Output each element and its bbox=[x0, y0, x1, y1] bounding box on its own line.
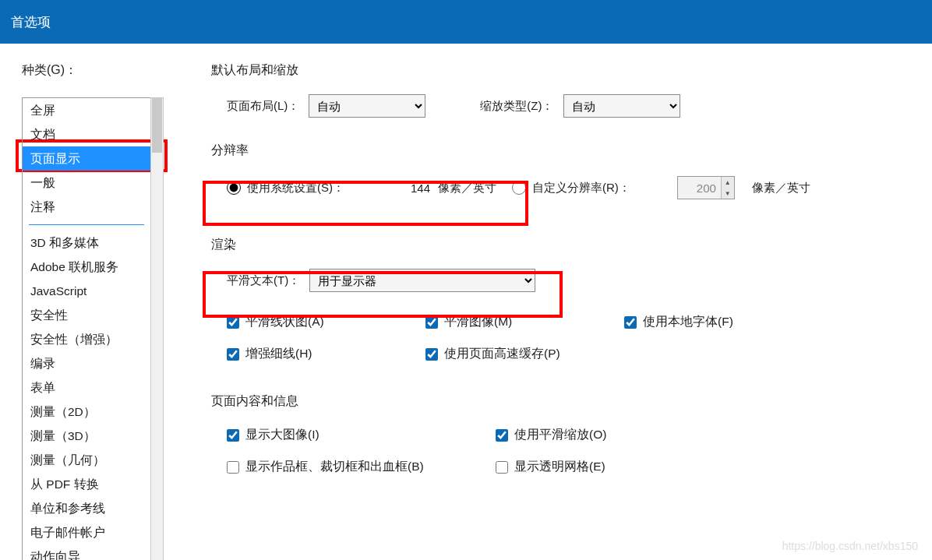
category-item[interactable]: 表单 bbox=[23, 375, 150, 400]
group-resolution-title: 分辩率 bbox=[211, 143, 910, 159]
spinner-up-icon[interactable]: ▲ bbox=[722, 177, 734, 188]
page-layout-label: 页面布局(L)： bbox=[227, 99, 299, 114]
category-item[interactable]: 从 PDF 转换 bbox=[23, 472, 150, 496]
smooth-text-select[interactable]: 用于显示器 bbox=[309, 269, 535, 292]
group-render-title: 渲染 bbox=[211, 237, 910, 253]
resolution-row: 使用系统设置(S)： 144 像素／英寸 自定义分辨率(R)： ▲ ▼ 像素／英… bbox=[211, 176, 910, 199]
category-item[interactable]: 动作向导 bbox=[23, 544, 150, 560]
settings-panel: 默认布局和缩放 页面布局(L)： 自动 缩放类型(Z)： 自动 分辩率 使用系统… bbox=[174, 62, 910, 560]
category-item[interactable]: 安全性（增强） bbox=[23, 327, 150, 351]
chk-enhance-thin[interactable]: 增强细线(H) bbox=[227, 346, 425, 362]
zoom-type-select[interactable]: 自动 bbox=[563, 94, 680, 118]
render-checks-row1: 平滑线状图(A) 平滑图像(M) 使用本地字体(F) bbox=[211, 314, 910, 330]
group-content-title: 页面内容和信息 bbox=[211, 393, 910, 410]
content-checks-row2: 显示作品框、裁切框和出血框(B) 显示透明网格(E) bbox=[211, 459, 910, 475]
category-item[interactable]: 编录 bbox=[23, 351, 150, 375]
categories-list: 全屏文档页面显示一般注释3D 和多媒体Adobe 联机服务JavaScript安… bbox=[22, 97, 150, 560]
render-checks-row2: 增强细线(H) 使用页面高速缓存(P) bbox=[211, 346, 910, 362]
category-item[interactable]: 全屏 bbox=[23, 98, 150, 122]
sidebar: 种类(G)： 全屏文档页面显示一般注释3D 和多媒体Adobe 联机服务Java… bbox=[22, 62, 174, 560]
chk-local-font[interactable]: 使用本地字体(F) bbox=[624, 314, 733, 330]
watermark: https://blog.csdn.net/xbs150 bbox=[782, 540, 918, 552]
category-item[interactable]: 测量（几何） bbox=[23, 448, 150, 472]
scroll-thumb[interactable] bbox=[152, 98, 162, 153]
categories-listbox[interactable]: 全屏文档页面显示一般注释3D 和多媒体Adobe 联机服务JavaScript安… bbox=[22, 97, 150, 560]
category-item[interactable]: 页面显示 bbox=[23, 146, 150, 171]
custom-dpi-radio[interactable] bbox=[512, 181, 526, 195]
chk-smooth-zoom[interactable]: 使用平滑缩放(O) bbox=[496, 427, 606, 443]
window-title: 首选项 bbox=[11, 13, 51, 31]
scrollbar[interactable] bbox=[150, 97, 164, 560]
categories-label: 种类(G)： bbox=[22, 62, 174, 79]
spinner-down-icon[interactable]: ▼ bbox=[722, 188, 734, 199]
system-dpi-value: 144 bbox=[344, 181, 430, 195]
category-item[interactable]: 文档 bbox=[23, 122, 150, 146]
use-system-label: 使用系统设置(S)： bbox=[247, 181, 344, 195]
category-item[interactable]: 3D 和多媒体 bbox=[23, 231, 150, 255]
custom-dpi-spinner[interactable]: ▲ ▼ bbox=[677, 176, 735, 199]
smooth-text-label: 平滑文本(T)： bbox=[227, 273, 300, 288]
custom-dpi-label: 自定义分辨率(R)： bbox=[532, 181, 630, 195]
category-item[interactable]: 安全性 bbox=[23, 303, 150, 327]
category-item[interactable]: 一般 bbox=[23, 171, 150, 195]
chk-large-img[interactable]: 显示大图像(I) bbox=[227, 427, 496, 443]
content-checks-row1: 显示大图像(I) 使用平滑缩放(O) bbox=[211, 427, 910, 443]
chk-smooth-image[interactable]: 平滑图像(M) bbox=[425, 314, 624, 330]
chk-artbox[interactable]: 显示作品框、裁切框和出血框(B) bbox=[227, 459, 496, 475]
category-separator bbox=[29, 224, 144, 225]
chk-smooth-line[interactable]: 平滑线状图(A) bbox=[227, 314, 425, 330]
category-item[interactable]: 测量（3D） bbox=[23, 424, 150, 448]
chk-page-cache[interactable]: 使用页面高速缓存(P) bbox=[425, 346, 560, 362]
category-item[interactable]: JavaScript bbox=[23, 279, 150, 303]
unit-label-1: 像素／英寸 bbox=[438, 181, 496, 195]
custom-dpi-input[interactable] bbox=[678, 181, 721, 195]
layout-row: 页面布局(L)： 自动 缩放类型(Z)： 自动 bbox=[211, 94, 910, 118]
smooth-text-row: 平滑文本(T)： 用于显示器 bbox=[211, 269, 910, 292]
category-item[interactable]: Adobe 联机服务 bbox=[23, 255, 150, 279]
zoom-type-label: 缩放类型(Z)： bbox=[480, 99, 553, 114]
chk-trans-grid[interactable]: 显示透明网格(E) bbox=[496, 459, 605, 475]
content-area: 种类(G)： 全屏文档页面显示一般注释3D 和多媒体Adobe 联机服务Java… bbox=[0, 44, 932, 560]
category-item[interactable]: 单位和参考线 bbox=[23, 496, 150, 520]
page-layout-select[interactable]: 自动 bbox=[309, 94, 425, 118]
category-item[interactable]: 注释 bbox=[23, 195, 150, 219]
group-layout-title: 默认布局和缩放 bbox=[211, 62, 910, 79]
unit-label-2: 像素／英寸 bbox=[752, 181, 810, 195]
use-system-radio[interactable] bbox=[227, 181, 241, 195]
title-bar: 首选项 bbox=[0, 0, 932, 44]
category-item[interactable]: 电子邮件帐户 bbox=[23, 520, 150, 544]
category-item[interactable]: 测量（2D） bbox=[23, 400, 150, 424]
